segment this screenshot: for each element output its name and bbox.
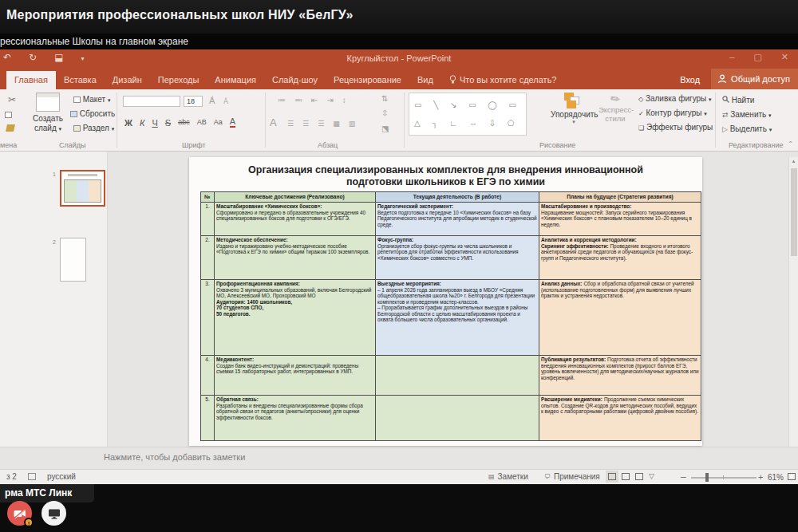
camera-warning-badge: ! bbox=[24, 518, 34, 527]
fit-to-window-icon[interactable] bbox=[788, 473, 796, 480]
normal-view-icon[interactable] bbox=[608, 473, 616, 480]
align-text-icon[interactable]: ⇳ bbox=[381, 108, 388, 117]
ribbon-tab-row: Главная Вставка Дизайн Переходы Анимация… bbox=[0, 69, 798, 89]
vertical-scrollbar[interactable]: ▲ bbox=[788, 157, 798, 447]
slide-canvas[interactable]: Организация специализированных комплекто… bbox=[189, 157, 702, 446]
add-text-icon[interactable]: А bbox=[270, 116, 277, 128]
shape-fill-button[interactable]: ◇ Заливка фигуры ▾ bbox=[638, 94, 712, 103]
slide-thumbnail-2[interactable] bbox=[60, 238, 86, 282]
table-row: 5. Обратная связь:Разработаны и внедрены… bbox=[201, 396, 701, 441]
share-button[interactable]: Общий доступ bbox=[711, 69, 798, 89]
layout-icon bbox=[73, 97, 81, 103]
scroll-up-icon[interactable]: ▲ bbox=[789, 157, 798, 165]
notes-icon: ▤ bbox=[488, 473, 495, 480]
reset-button[interactable]: Сбросить bbox=[70, 109, 115, 118]
tab-transitions[interactable]: Переходы bbox=[150, 71, 207, 89]
shape-outline-button[interactable]: ✓ Контур фигуры ▾ bbox=[638, 108, 707, 117]
cut-icon[interactable]: ✂ bbox=[8, 94, 16, 105]
underline-button[interactable]: Ч bbox=[152, 118, 157, 128]
clipboard-group-label: мена bbox=[0, 141, 17, 149]
shapes-gallery[interactable]: ▭ ╲ ↘ ▭ ◯ ▭△ ┐ ∟ ⇔ ⇩ ⬠ bbox=[409, 93, 527, 136]
italic-button[interactable]: К bbox=[140, 118, 144, 128]
bold-button[interactable]: Ж bbox=[124, 118, 132, 128]
achievements-cell: Методическое обеспечение:Издано и тиражи… bbox=[215, 236, 376, 280]
new-slide-icon bbox=[36, 93, 60, 112]
change-case-button[interactable]: Аа bbox=[214, 118, 223, 128]
tab-review[interactable]: Рецензирование bbox=[326, 71, 409, 89]
minimize-icon[interactable]: – bbox=[729, 52, 734, 62]
tell-me-box[interactable]: Что вы хотите сделать? bbox=[441, 71, 565, 89]
bullets-icon[interactable]: ≔ bbox=[278, 96, 286, 104]
zoom-out-icon[interactable]: – bbox=[681, 471, 686, 483]
notes-placeholder: Нажмите, чтобы добавить заметки bbox=[104, 452, 245, 462]
layout-button[interactable]: Макет ▾ bbox=[73, 95, 110, 104]
font-size-combobox[interactable]: 18 bbox=[184, 96, 203, 107]
font-color-button[interactable]: А bbox=[230, 118, 235, 128]
zoom-level[interactable]: 61% bbox=[768, 473, 784, 482]
close-icon[interactable]: ✕ bbox=[781, 52, 788, 62]
align-center-icon[interactable]: ☰ bbox=[302, 120, 309, 128]
screen: Мероприятия профессиональных школ НИУ «Б… bbox=[0, 0, 798, 532]
align-right-icon[interactable]: ☰ bbox=[318, 120, 324, 128]
slide-sorter-view-icon[interactable] bbox=[622, 473, 630, 480]
justify-icon[interactable]: ▦ bbox=[333, 120, 340, 128]
scrollbar-thumb[interactable] bbox=[791, 168, 797, 256]
text-shadow-button[interactable]: S bbox=[165, 118, 171, 128]
powerpoint-titlebar: ↶ ↻ ⬓ ▾ Круглыйстол - PowerPoint – ▢ ✕ bbox=[0, 49, 798, 69]
arrange-button[interactable]: Упорядочить ▾ bbox=[551, 93, 597, 125]
columns-icon[interactable]: ▥ bbox=[349, 120, 356, 128]
font-name-combobox[interactable] bbox=[123, 96, 180, 107]
zoom-in-icon[interactable]: + bbox=[758, 472, 763, 482]
paragraph-group-label: Абзац bbox=[318, 141, 338, 149]
spell-check-icon[interactable] bbox=[28, 473, 36, 480]
format-painter-icon[interactable] bbox=[6, 124, 15, 132]
quick-styles-button[interactable]: ✎ Экспресс-стили bbox=[598, 93, 632, 123]
grow-font-icon[interactable]: А́ bbox=[209, 96, 215, 105]
language-indicator[interactable]: русский bbox=[47, 472, 76, 481]
tab-slideshow[interactable]: Слайд-шоу bbox=[264, 71, 326, 89]
tab-view[interactable]: Вид bbox=[409, 71, 441, 89]
slideshow-view-icon[interactable]: ▽ bbox=[649, 472, 654, 480]
numbering-icon[interactable]: ≕ bbox=[294, 96, 302, 104]
text-direction-icon[interactable]: ⇅ bbox=[381, 94, 388, 103]
tab-animations[interactable]: Анимация bbox=[207, 71, 264, 89]
slide-thumbnail-1[interactable] bbox=[60, 170, 105, 207]
reading-view-icon[interactable] bbox=[635, 473, 643, 480]
new-slide-button[interactable]: Создать слайд ▾ bbox=[26, 92, 70, 143]
camera-off-button[interactable]: ! bbox=[7, 501, 32, 526]
collapse-ribbon-icon[interactable]: ⌃ bbox=[788, 140, 793, 148]
smartart-icon[interactable]: ⬔ bbox=[381, 124, 389, 133]
paste-icon[interactable] bbox=[5, 112, 12, 118]
replace-button[interactable]: ⇄ Заменить ▾ bbox=[722, 110, 772, 119]
find-button[interactable]: Найти bbox=[722, 96, 754, 104]
tab-home[interactable]: Главная bbox=[6, 71, 56, 89]
notes-toggle-button[interactable]: ▤ Заметки bbox=[488, 472, 528, 481]
decrease-indent-icon[interactable]: ⇤ bbox=[311, 96, 318, 104]
table-row: 4. Медиаконтент:Создан банк видео-инстру… bbox=[201, 356, 701, 396]
shrink-font-icon[interactable]: А̌ bbox=[223, 97, 228, 105]
line-spacing-icon[interactable]: ↕ bbox=[342, 96, 346, 104]
maximize-icon[interactable]: ▢ bbox=[753, 52, 761, 62]
select-button[interactable]: ▷ Выделить ▾ bbox=[722, 124, 772, 133]
share-overlay-subtitle-bar: рессиональные Школы на главном экране bbox=[0, 33, 798, 49]
strikethrough-button[interactable]: abc bbox=[178, 118, 190, 128]
char-spacing-button[interactable]: АВ bbox=[197, 118, 207, 128]
align-left-icon[interactable]: ☰ bbox=[287, 120, 294, 128]
notes-pane[interactable]: Нажмите, чтобы добавить заметки bbox=[0, 447, 798, 469]
shape-effects-button[interactable]: ❏ Эффекты фигуры bbox=[638, 123, 713, 132]
achievements-cell: Обратная связь:Разработаны и внедрены сп… bbox=[215, 396, 376, 441]
zoom-slider-handle[interactable] bbox=[705, 473, 709, 482]
section-button[interactable]: Раздел ▾ bbox=[73, 124, 114, 132]
plans-cell: Аналитика и коррекция методологии:Скрини… bbox=[539, 236, 701, 280]
sign-in-button[interactable]: Вход bbox=[669, 71, 711, 89]
screen-share-icon bbox=[48, 508, 61, 519]
increase-indent-icon[interactable]: ⇥ bbox=[326, 96, 333, 104]
current-cell-empty bbox=[376, 396, 539, 441]
tab-design[interactable]: Дизайн bbox=[105, 71, 150, 89]
achievements-cell: Медиаконтент:Создан банк видео-инструкци… bbox=[215, 356, 376, 396]
tab-insert[interactable]: Вставка bbox=[56, 71, 105, 89]
zoom-slider-track[interactable] bbox=[691, 477, 757, 479]
overlay-title: Мероприятия профессиональных школ НИУ «Б… bbox=[6, 8, 354, 22]
screen-share-button[interactable] bbox=[41, 501, 66, 526]
comments-toggle-button[interactable]: 🗩 Примечания bbox=[544, 472, 600, 481]
